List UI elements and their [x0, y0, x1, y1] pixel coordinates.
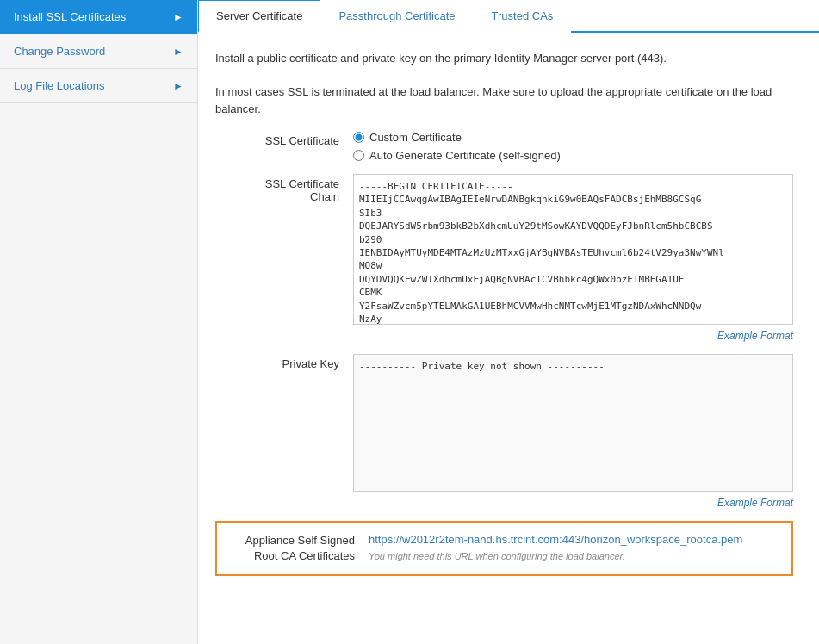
cert-chain-example-link[interactable]: Example Format	[353, 330, 793, 342]
chevron-right-icon: ►	[173, 11, 183, 23]
tab-content: Install a public certificate and private…	[198, 33, 819, 644]
private-key-field-wrapper: ---------- Private key not shown -------…	[353, 354, 793, 509]
private-key-textarea[interactable]: ---------- Private key not shown -------…	[353, 354, 793, 492]
ssl-chain-field-wrapper: -----BEGIN CERTIFICATE----- MIIEIjCCAwqg…	[353, 174, 793, 342]
tab-server-certificate[interactable]: Server Certificate	[198, 0, 320, 33]
appliance-label: Appliance Self Signed Root CA Certificat…	[231, 533, 369, 564]
chevron-right-icon: ►	[173, 46, 183, 58]
ssl-certificate-label: SSL Certificate	[215, 131, 353, 147]
tab-trusted-cas[interactable]: Trusted CAs	[474, 0, 572, 33]
tab-passthrough-certificate[interactable]: Passthrough Certificate	[320, 0, 473, 33]
description-block: Install a public certificate and private…	[215, 50, 793, 117]
appliance-content: https://w2012r2tem-nand.hs.trcint.com:44…	[369, 533, 778, 562]
ssl-chain-textarea[interactable]: -----BEGIN CERTIFICATE----- MIIEIjCCAwqg…	[353, 174, 793, 325]
description-line2: In most cases SSL is terminated at the l…	[215, 84, 793, 117]
ssl-certificate-row: SSL Certificate Custom Certificate Auto …	[215, 131, 793, 162]
sidebar-item-change-password[interactable]: Change Password ►	[0, 34, 197, 69]
tab-bar: Server Certificate Passthrough Certifica…	[198, 0, 819, 33]
sidebar-item-ssl-label: Install SSL Certificates	[14, 10, 126, 23]
private-key-row: Private Key ---------- Private key not s…	[215, 354, 793, 509]
radio-auto-label: Auto Generate Certificate (self-signed)	[369, 149, 561, 162]
ssl-certificate-options: Custom Certificate Auto Generate Certifi…	[353, 131, 793, 162]
sidebar-item-password-label: Change Password	[14, 45, 105, 58]
appliance-hint: You might need this URL when configuring…	[369, 551, 625, 561]
private-key-label: Private Key	[215, 354, 353, 370]
radio-custom-label: Custom Certificate	[369, 131, 462, 144]
sidebar-item-log-label: Log File Locations	[14, 79, 105, 92]
radio-custom-certificate[interactable]: Custom Certificate	[353, 131, 793, 144]
radio-auto-generate[interactable]: Auto Generate Certificate (self-signed)	[353, 149, 793, 162]
appliance-box: Appliance Self Signed Root CA Certificat…	[215, 521, 793, 576]
sidebar-item-ssl-certificates[interactable]: Install SSL Certificates ►	[0, 0, 197, 34]
ssl-chain-label: SSL CertificateChain	[215, 174, 353, 203]
description-line1: Install a public certificate and private…	[215, 50, 793, 67]
radio-auto-input[interactable]	[353, 150, 364, 161]
ssl-chain-row: SSL CertificateChain -----BEGIN CERTIFIC…	[215, 174, 793, 342]
sidebar: Install SSL Certificates ► Change Passwo…	[0, 0, 198, 644]
main-content: Server Certificate Passthrough Certifica…	[198, 0, 819, 644]
radio-custom-input[interactable]	[353, 132, 364, 143]
appliance-url-link[interactable]: https://w2012r2tem-nand.hs.trcint.com:44…	[369, 533, 778, 546]
sidebar-item-log-file-locations[interactable]: Log File Locations ►	[0, 69, 197, 103]
private-key-example-link[interactable]: Example Format	[353, 497, 793, 509]
chevron-right-icon: ►	[173, 80, 183, 92]
